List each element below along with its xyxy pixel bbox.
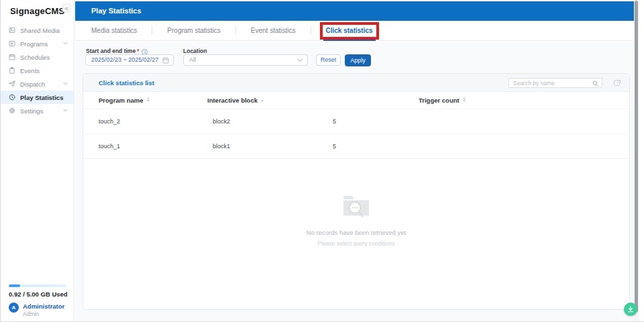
download-icon: [627, 306, 634, 313]
calendar-icon: [162, 57, 169, 64]
sidebar-item-label: Events: [20, 67, 40, 74]
apply-button[interactable]: Apply: [345, 54, 371, 66]
tab-divider: [311, 26, 311, 35]
sidebar-item-label: Shared Media: [20, 27, 60, 34]
search-box: [508, 78, 602, 88]
column-header-program-name[interactable]: Program name: [99, 92, 150, 109]
required-mark: *: [137, 48, 139, 54]
card-title: Click statistics list: [99, 74, 154, 92]
sort-icon: [261, 100, 264, 102]
sidebar-item-label: Dispatch: [20, 80, 45, 88]
empty-folder-search-icon: [342, 193, 370, 219]
location-label: Location: [183, 48, 207, 54]
column-header-label: Trigger count: [419, 97, 460, 104]
column-header-trigger-count[interactable]: Trigger count: [419, 92, 466, 109]
vertical-scrollbar: [634, 0, 639, 321]
content-area: Start and end time*i 2025/02/23 ~ 2025/0…: [75, 42, 634, 321]
location-selected-value: All: [189, 56, 196, 63]
sidebar-item-dispatch[interactable]: Dispatch: [1, 77, 74, 91]
column-header-label: Interactive block: [207, 97, 258, 104]
table-header-row: Program name Interactive block Trigger c…: [83, 92, 629, 109]
cell-interactive-block: block1: [213, 134, 230, 159]
date-range-input[interactable]: 2025/02/23 ~ 2025/02/27: [85, 54, 174, 66]
click-statistics-card: Click statistics list Program name Inter…: [83, 73, 630, 310]
sidebar-item-play-statistics[interactable]: Play Statistics: [1, 91, 74, 104]
gear-icon: [9, 107, 15, 114]
sort-icon: [463, 97, 466, 103]
sidebar-nav: Shared Media Programs Schedules Events D…: [1, 23, 74, 117]
tab-click-statistics[interactable]: Click statistics: [319, 21, 380, 41]
table-row[interactable]: touch_1 block1 5: [83, 134, 629, 159]
chevron-down-icon: [63, 108, 68, 113]
column-header-interactive-block[interactable]: Interactive block: [207, 92, 264, 109]
cell-trigger-count: 5: [333, 134, 336, 159]
clipboard-icon: [9, 67, 15, 74]
tab-divider: [235, 26, 236, 35]
cell-interactive-block: block2: [213, 109, 230, 134]
sidebar-item-events[interactable]: Events: [1, 64, 74, 77]
main-area: Play Statistics Media statistics Program…: [75, 0, 634, 321]
user-name[interactable]: Administrator: [23, 303, 64, 310]
avatar[interactable]: A: [9, 303, 19, 313]
sort-icon: [147, 97, 150, 103]
sidebar-item-label: Settings: [20, 107, 43, 115]
chevron-down-icon: [297, 58, 303, 62]
cell-program-name: touch_1: [99, 134, 120, 159]
sidebar-item-shared-media[interactable]: Shared Media: [1, 23, 74, 37]
tab-program-statistics[interactable]: Program statistics: [160, 21, 227, 41]
table-row[interactable]: touch_2 block2 5: [83, 109, 629, 134]
empty-state: No records have been retrieved yet Pleas…: [83, 193, 629, 247]
reset-button[interactable]: Reset: [316, 54, 341, 66]
sidebar-item-label: Programs: [20, 40, 48, 48]
sidebar: SignageCMS « Shared Media Programs Sched…: [1, 0, 74, 321]
empty-state-subtitle: Please select query conditions: [83, 240, 629, 247]
sidebar-item-settings[interactable]: Settings: [1, 104, 74, 117]
scrollbar-thumb[interactable]: [635, 1, 638, 312]
column-header-label: Program name: [99, 97, 144, 104]
chevron-down-icon: [63, 81, 68, 86]
search-input[interactable]: [513, 78, 590, 87]
sidebar-item-programs[interactable]: Programs: [1, 37, 74, 50]
location-select[interactable]: All: [183, 54, 308, 66]
cell-program-name: touch_2: [99, 109, 120, 134]
sidebar-item-label: Play Statistics: [20, 94, 63, 101]
tab-media-statistics[interactable]: Media statistics: [91, 21, 144, 41]
sidebar-collapse-icon[interactable]: «: [62, 4, 70, 12]
storage-usage-label: 0.92 / 5.00 GB Used: [9, 290, 68, 298]
tab-divider: [152, 26, 152, 35]
app-window: SignageCMS « Shared Media Programs Sched…: [0, 0, 644, 322]
clock-icon: [9, 94, 15, 101]
image-icon: [9, 27, 15, 34]
date-range-label-text: Start and end time: [86, 48, 136, 54]
storage-progress-bar: [9, 284, 66, 287]
user-role: Admin: [23, 311, 39, 317]
chevron-down-icon: [63, 41, 68, 46]
sidebar-item-schedules[interactable]: Schedules: [1, 50, 74, 64]
page-title: Play Statistics: [91, 1, 142, 21]
tab-event-statistics[interactable]: Event statistics: [244, 21, 303, 41]
play-box-icon: [9, 40, 15, 47]
calendar-icon: [9, 54, 15, 60]
storage-progress-fill: [9, 284, 20, 287]
search-icon[interactable]: [592, 80, 598, 87]
page-header: Play Statistics: [75, 1, 634, 21]
card-header: Click statistics list: [83, 74, 629, 92]
app-logo-title: SignageCMS: [10, 6, 64, 16]
send-icon: [9, 80, 15, 87]
cell-trigger-count: 5: [333, 109, 336, 134]
export-icon[interactable]: [613, 79, 621, 87]
date-range-value: 2025/02/23 ~ 2025/02/27: [91, 56, 158, 63]
statistics-tabbar: Media statistics Program statistics Even…: [75, 21, 634, 41]
empty-state-title: No records have been retrieved yet: [83, 229, 629, 236]
sidebar-item-label: Schedules: [20, 54, 50, 61]
download-fab-button[interactable]: [624, 303, 637, 316]
